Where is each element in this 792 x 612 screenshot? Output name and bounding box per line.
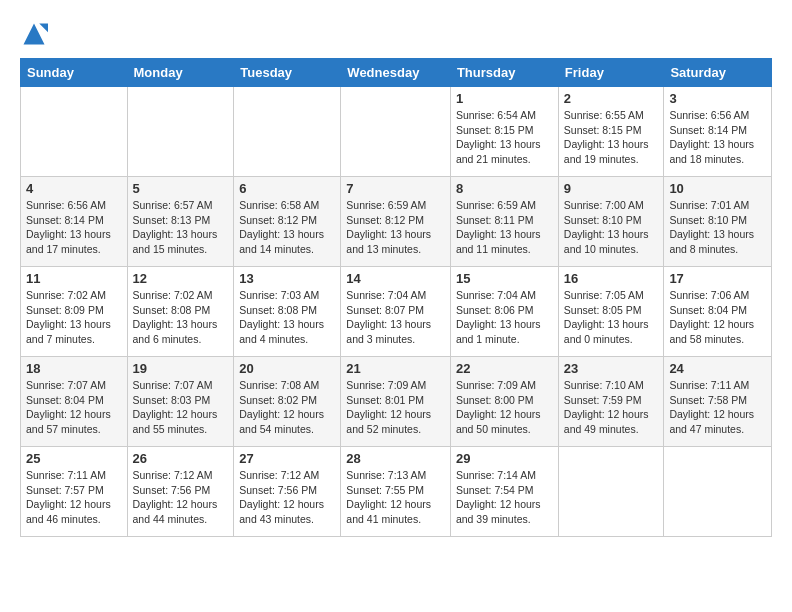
day-number: 17: [669, 271, 766, 286]
calendar-cell: [234, 87, 341, 177]
weekday-header-sunday: Sunday: [21, 59, 128, 87]
calendar-cell: 12Sunrise: 7:02 AM Sunset: 8:08 PM Dayli…: [127, 267, 234, 357]
logo: [20, 20, 52, 48]
day-number: 12: [133, 271, 229, 286]
calendar-cell: 26Sunrise: 7:12 AM Sunset: 7:56 PM Dayli…: [127, 447, 234, 537]
day-number: 20: [239, 361, 335, 376]
day-info: Sunrise: 7:02 AM Sunset: 8:08 PM Dayligh…: [133, 288, 229, 347]
calendar-cell: 25Sunrise: 7:11 AM Sunset: 7:57 PM Dayli…: [21, 447, 128, 537]
week-row-4: 18Sunrise: 7:07 AM Sunset: 8:04 PM Dayli…: [21, 357, 772, 447]
calendar-cell: 17Sunrise: 7:06 AM Sunset: 8:04 PM Dayli…: [664, 267, 772, 357]
day-info: Sunrise: 7:11 AM Sunset: 7:57 PM Dayligh…: [26, 468, 122, 527]
day-info: Sunrise: 7:07 AM Sunset: 8:04 PM Dayligh…: [26, 378, 122, 437]
day-number: 21: [346, 361, 445, 376]
calendar-cell: [664, 447, 772, 537]
day-info: Sunrise: 7:04 AM Sunset: 8:07 PM Dayligh…: [346, 288, 445, 347]
calendar-cell: 1Sunrise: 6:54 AM Sunset: 8:15 PM Daylig…: [450, 87, 558, 177]
calendar-cell: 19Sunrise: 7:07 AM Sunset: 8:03 PM Dayli…: [127, 357, 234, 447]
day-number: 10: [669, 181, 766, 196]
day-number: 9: [564, 181, 659, 196]
day-info: Sunrise: 6:59 AM Sunset: 8:11 PM Dayligh…: [456, 198, 553, 257]
calendar-cell: 3Sunrise: 6:56 AM Sunset: 8:14 PM Daylig…: [664, 87, 772, 177]
day-number: 6: [239, 181, 335, 196]
calendar-cell: 15Sunrise: 7:04 AM Sunset: 8:06 PM Dayli…: [450, 267, 558, 357]
calendar-cell: 21Sunrise: 7:09 AM Sunset: 8:01 PM Dayli…: [341, 357, 451, 447]
day-info: Sunrise: 7:04 AM Sunset: 8:06 PM Dayligh…: [456, 288, 553, 347]
weekday-header-thursday: Thursday: [450, 59, 558, 87]
calendar-cell: [558, 447, 664, 537]
day-number: 22: [456, 361, 553, 376]
day-number: 8: [456, 181, 553, 196]
day-info: Sunrise: 6:59 AM Sunset: 8:12 PM Dayligh…: [346, 198, 445, 257]
day-info: Sunrise: 7:11 AM Sunset: 7:58 PM Dayligh…: [669, 378, 766, 437]
day-info: Sunrise: 7:14 AM Sunset: 7:54 PM Dayligh…: [456, 468, 553, 527]
day-number: 16: [564, 271, 659, 286]
day-number: 1: [456, 91, 553, 106]
calendar-cell: 2Sunrise: 6:55 AM Sunset: 8:15 PM Daylig…: [558, 87, 664, 177]
day-info: Sunrise: 7:03 AM Sunset: 8:08 PM Dayligh…: [239, 288, 335, 347]
day-info: Sunrise: 7:02 AM Sunset: 8:09 PM Dayligh…: [26, 288, 122, 347]
calendar-cell: 10Sunrise: 7:01 AM Sunset: 8:10 PM Dayli…: [664, 177, 772, 267]
calendar-cell: 18Sunrise: 7:07 AM Sunset: 8:04 PM Dayli…: [21, 357, 128, 447]
svg-marker-1: [39, 24, 48, 33]
day-info: Sunrise: 7:12 AM Sunset: 7:56 PM Dayligh…: [133, 468, 229, 527]
day-number: 2: [564, 91, 659, 106]
day-info: Sunrise: 6:56 AM Sunset: 8:14 PM Dayligh…: [669, 108, 766, 167]
weekday-header-row: SundayMondayTuesdayWednesdayThursdayFrid…: [21, 59, 772, 87]
day-info: Sunrise: 6:54 AM Sunset: 8:15 PM Dayligh…: [456, 108, 553, 167]
calendar-cell: 22Sunrise: 7:09 AM Sunset: 8:00 PM Dayli…: [450, 357, 558, 447]
day-info: Sunrise: 7:09 AM Sunset: 8:01 PM Dayligh…: [346, 378, 445, 437]
week-row-3: 11Sunrise: 7:02 AM Sunset: 8:09 PM Dayli…: [21, 267, 772, 357]
calendar-cell: 5Sunrise: 6:57 AM Sunset: 8:13 PM Daylig…: [127, 177, 234, 267]
weekday-header-monday: Monday: [127, 59, 234, 87]
day-number: 4: [26, 181, 122, 196]
weekday-header-saturday: Saturday: [664, 59, 772, 87]
day-number: 5: [133, 181, 229, 196]
day-info: Sunrise: 6:58 AM Sunset: 8:12 PM Dayligh…: [239, 198, 335, 257]
day-number: 26: [133, 451, 229, 466]
calendar-cell: 9Sunrise: 7:00 AM Sunset: 8:10 PM Daylig…: [558, 177, 664, 267]
calendar-cell: 29Sunrise: 7:14 AM Sunset: 7:54 PM Dayli…: [450, 447, 558, 537]
day-info: Sunrise: 6:56 AM Sunset: 8:14 PM Dayligh…: [26, 198, 122, 257]
day-number: 13: [239, 271, 335, 286]
day-number: 25: [26, 451, 122, 466]
day-number: 7: [346, 181, 445, 196]
week-row-2: 4Sunrise: 6:56 AM Sunset: 8:14 PM Daylig…: [21, 177, 772, 267]
day-number: 28: [346, 451, 445, 466]
day-number: 14: [346, 271, 445, 286]
calendar-cell: [127, 87, 234, 177]
day-number: 19: [133, 361, 229, 376]
day-info: Sunrise: 7:07 AM Sunset: 8:03 PM Dayligh…: [133, 378, 229, 437]
day-info: Sunrise: 7:01 AM Sunset: 8:10 PM Dayligh…: [669, 198, 766, 257]
svg-marker-0: [24, 24, 45, 45]
calendar-cell: [21, 87, 128, 177]
weekday-header-friday: Friday: [558, 59, 664, 87]
day-info: Sunrise: 7:00 AM Sunset: 8:10 PM Dayligh…: [564, 198, 659, 257]
day-number: 18: [26, 361, 122, 376]
week-row-1: 1Sunrise: 6:54 AM Sunset: 8:15 PM Daylig…: [21, 87, 772, 177]
day-number: 29: [456, 451, 553, 466]
day-number: 27: [239, 451, 335, 466]
day-number: 24: [669, 361, 766, 376]
day-number: 3: [669, 91, 766, 106]
calendar-cell: 24Sunrise: 7:11 AM Sunset: 7:58 PM Dayli…: [664, 357, 772, 447]
calendar-cell: 16Sunrise: 7:05 AM Sunset: 8:05 PM Dayli…: [558, 267, 664, 357]
day-info: Sunrise: 6:57 AM Sunset: 8:13 PM Dayligh…: [133, 198, 229, 257]
day-info: Sunrise: 6:55 AM Sunset: 8:15 PM Dayligh…: [564, 108, 659, 167]
day-info: Sunrise: 7:09 AM Sunset: 8:00 PM Dayligh…: [456, 378, 553, 437]
calendar-cell: 27Sunrise: 7:12 AM Sunset: 7:56 PM Dayli…: [234, 447, 341, 537]
weekday-header-tuesday: Tuesday: [234, 59, 341, 87]
calendar-cell: [341, 87, 451, 177]
calendar-cell: 6Sunrise: 6:58 AM Sunset: 8:12 PM Daylig…: [234, 177, 341, 267]
calendar-cell: 28Sunrise: 7:13 AM Sunset: 7:55 PM Dayli…: [341, 447, 451, 537]
day-number: 15: [456, 271, 553, 286]
day-number: 23: [564, 361, 659, 376]
logo-icon: [20, 20, 48, 48]
day-number: 11: [26, 271, 122, 286]
calendar-cell: 23Sunrise: 7:10 AM Sunset: 7:59 PM Dayli…: [558, 357, 664, 447]
calendar-cell: 20Sunrise: 7:08 AM Sunset: 8:02 PM Dayli…: [234, 357, 341, 447]
calendar-cell: 4Sunrise: 6:56 AM Sunset: 8:14 PM Daylig…: [21, 177, 128, 267]
day-info: Sunrise: 7:05 AM Sunset: 8:05 PM Dayligh…: [564, 288, 659, 347]
day-info: Sunrise: 7:13 AM Sunset: 7:55 PM Dayligh…: [346, 468, 445, 527]
day-info: Sunrise: 7:06 AM Sunset: 8:04 PM Dayligh…: [669, 288, 766, 347]
